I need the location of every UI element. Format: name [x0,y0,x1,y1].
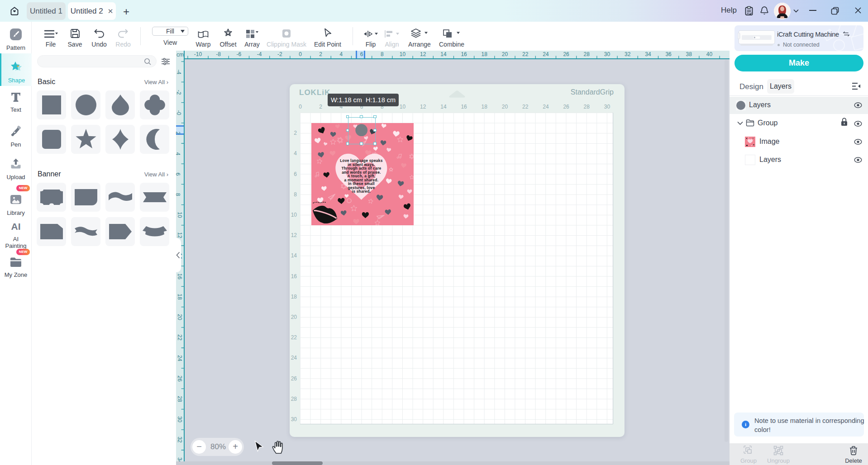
svg-text:AI: AI [11,221,21,232]
svg-text:is shared.: is shared. [352,189,371,194]
